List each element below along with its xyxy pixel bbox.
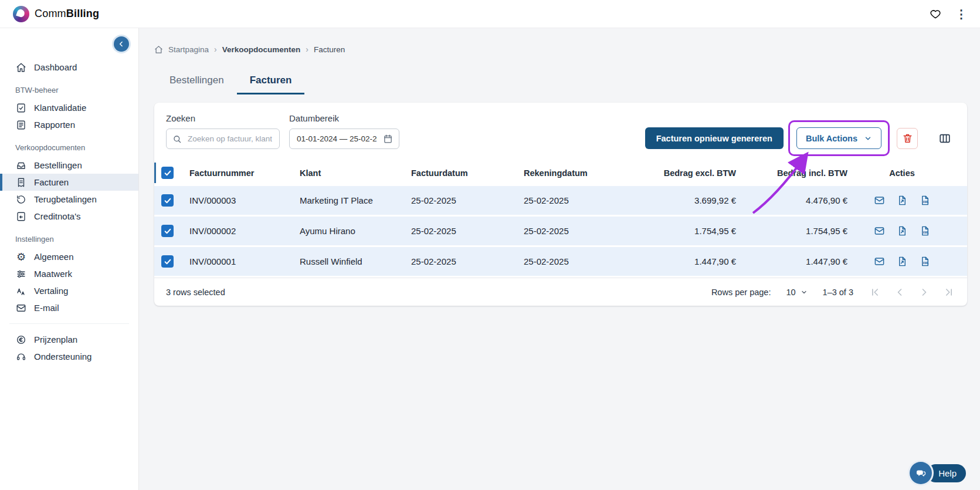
send-email-button[interactable] bbox=[874, 195, 885, 206]
sidebar-item-email[interactable]: E-mail bbox=[0, 299, 138, 316]
row-checkbox[interactable] bbox=[161, 225, 174, 237]
chevron-left-icon bbox=[117, 40, 126, 48]
bulk-actions-wrapper: Bulk Actions bbox=[796, 127, 881, 149]
invoice-number: INV/000001 bbox=[189, 256, 300, 266]
regenerate-invoices-button[interactable]: Facturen opnieuw genereren bbox=[645, 127, 784, 149]
xml-download-button[interactable]: XML bbox=[920, 256, 931, 267]
bulk-actions-button[interactable]: Bulk Actions bbox=[796, 127, 881, 149]
breadcrumb-startpagina[interactable]: Startpagina bbox=[168, 45, 209, 54]
tab-bar: Bestellingen Facturen bbox=[154, 69, 967, 94]
next-page-button[interactable] bbox=[918, 286, 931, 299]
document-check-icon bbox=[15, 102, 27, 114]
invoice-date: 25-02-2025 bbox=[411, 256, 524, 266]
date-range-label: Datumbereik bbox=[289, 113, 399, 123]
invoice-number: INV/000003 bbox=[189, 195, 300, 205]
search-icon bbox=[172, 134, 182, 144]
client-name: Russell Winfield bbox=[300, 256, 411, 266]
row-checkbox[interactable] bbox=[161, 194, 174, 207]
sidebar-item-facturen[interactable]: Facturen bbox=[0, 174, 138, 191]
refund-arrow-icon bbox=[15, 194, 27, 205]
sidebar-item-prijzenplan[interactable]: Prijzenplan bbox=[0, 331, 138, 348]
sliders-icon bbox=[15, 268, 27, 280]
table-row: INV/000003 Marketing IT Place 25-02-2025… bbox=[154, 186, 967, 217]
overflow-menu-button[interactable]: ⋮ bbox=[955, 8, 967, 20]
column-header-klant: Klant bbox=[300, 168, 411, 178]
billing-date: 25-02-2025 bbox=[524, 226, 633, 236]
rows-per-page-select[interactable]: 10 bbox=[786, 288, 807, 297]
toolbar: Facturen opnieuw genereren bbox=[645, 127, 955, 149]
xml-download-button[interactable]: XML bbox=[920, 225, 931, 236]
row-checkbox[interactable] bbox=[161, 255, 174, 268]
rows-per-page-value: 10 bbox=[786, 288, 795, 297]
sidebar-item-klantvalidatie[interactable]: Klantvalidatie bbox=[0, 99, 138, 116]
sidebar-section-instellingen: Instellingen bbox=[0, 235, 138, 244]
breadcrumb-verkoopdocumenten[interactable]: Verkoopdocumenten bbox=[222, 45, 301, 54]
table-header-row: Factuurnummer Klant Factuurdatum Rekenin… bbox=[154, 160, 967, 186]
delete-selected-button[interactable] bbox=[897, 128, 918, 149]
chat-bubbles-icon bbox=[910, 462, 932, 484]
tab-bestellingen[interactable]: Bestellingen bbox=[157, 69, 237, 94]
xml-download-button[interactable]: XML bbox=[920, 195, 931, 206]
report-icon bbox=[15, 119, 27, 131]
column-header-acties: Acties bbox=[849, 168, 967, 178]
export-file-button[interactable] bbox=[897, 225, 908, 236]
search-input[interactable] bbox=[186, 134, 273, 144]
select-all-checkbox[interactable] bbox=[161, 167, 174, 179]
amount-incl-btw: 1.447,90 € bbox=[737, 256, 849, 266]
send-email-button[interactable] bbox=[874, 256, 885, 267]
last-page-button[interactable] bbox=[942, 286, 955, 299]
sidebar-item-algemeen[interactable]: ⚙ Algemeen bbox=[0, 248, 138, 265]
send-email-button[interactable] bbox=[874, 225, 885, 236]
chevron-separator-icon: › bbox=[306, 45, 308, 54]
heart-icon bbox=[930, 8, 941, 20]
date-range-input[interactable] bbox=[296, 134, 378, 144]
sidebar-item-vertaling[interactable]: Vertaling bbox=[0, 282, 138, 299]
sidebar-item-rapporten[interactable]: Rapporten bbox=[0, 116, 138, 133]
search-label: Zoeken bbox=[166, 113, 280, 123]
gear-icon: ⚙ bbox=[15, 251, 27, 263]
previous-page-button[interactable] bbox=[893, 286, 906, 299]
column-header-rekeningdatum: Rekeningdatum bbox=[524, 168, 633, 178]
page-range-text: 1–3 of 3 bbox=[823, 288, 853, 297]
columns-icon bbox=[938, 132, 951, 145]
sidebar-item-label: Terugbetalingen bbox=[34, 194, 97, 204]
sidebar-collapse-button[interactable] bbox=[114, 36, 129, 52]
sidebar-item-maatwerk[interactable]: Maatwerk bbox=[0, 265, 138, 282]
brand-name: CommBilling bbox=[35, 8, 99, 20]
breadcrumb: Startpagina › Verkoopdocumenten › Factur… bbox=[154, 45, 967, 54]
pagination: Rows per page: 10 1–3 of 3 bbox=[711, 286, 955, 299]
export-file-button[interactable] bbox=[897, 256, 908, 267]
sidebar-item-label: Creditnota's bbox=[34, 211, 81, 221]
euro-circle-icon bbox=[15, 334, 27, 346]
sidebar-item-creditnotas[interactable]: Creditnota's bbox=[0, 208, 138, 225]
rows-selected-text: 3 rows selected bbox=[166, 288, 225, 297]
first-page-button[interactable] bbox=[869, 286, 881, 299]
kebab-menu-icon: ⋮ bbox=[955, 8, 967, 21]
sidebar-item-terugbetalingen[interactable]: Terugbetalingen bbox=[0, 191, 138, 208]
headset-icon bbox=[15, 351, 27, 363]
sidebar-item-dashboard[interactable]: Dashboard bbox=[0, 59, 138, 76]
amount-incl-btw: 1.754,95 € bbox=[737, 226, 849, 236]
help-button[interactable]: Help bbox=[910, 462, 966, 484]
favorites-button[interactable] bbox=[930, 8, 941, 20]
sidebar: Dashboard BTW-beheer Klantvalidatie Rapp… bbox=[0, 28, 139, 490]
tab-facturen[interactable]: Facturen bbox=[237, 69, 305, 94]
client-name: Ayumu Hirano bbox=[300, 226, 411, 236]
amount-excl-btw: 1.754,95 € bbox=[633, 226, 737, 236]
amount-excl-btw: 3.699,92 € bbox=[633, 195, 737, 205]
amount-excl-btw: 1.447,90 € bbox=[633, 256, 737, 266]
sidebar-item-label: Maatwerk bbox=[34, 269, 72, 279]
home-breadcrumb-icon[interactable] bbox=[154, 45, 163, 54]
file-export-icon bbox=[897, 225, 908, 236]
svg-text:XML: XML bbox=[923, 262, 928, 265]
sidebar-item-ondersteuning[interactable]: Ondersteuning bbox=[0, 348, 138, 365]
export-file-button[interactable] bbox=[897, 195, 908, 206]
client-name: Marketing IT Place bbox=[300, 195, 411, 205]
invoices-table: Factuurnummer Klant Factuurdatum Rekenin… bbox=[154, 160, 967, 278]
brand-name-part2: Billing bbox=[66, 8, 99, 19]
table-row: INV/000001 Russell Winfield 25-02-2025 2… bbox=[154, 247, 967, 278]
credit-note-icon bbox=[15, 211, 27, 222]
sidebar-item-bestellingen[interactable]: Bestellingen bbox=[0, 157, 138, 174]
rows-per-page-label: Rows per page: bbox=[711, 288, 771, 297]
column-settings-button[interactable] bbox=[934, 128, 955, 149]
